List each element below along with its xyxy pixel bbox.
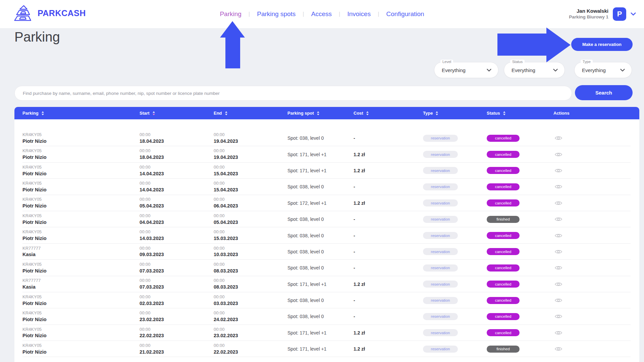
view-details-button[interactable] [555, 265, 562, 270]
column-header-type[interactable]: Type [423, 111, 487, 116]
search-button[interactable]: Search [575, 85, 633, 100]
nav-item-parking-spots[interactable]: Parking spots [257, 10, 296, 18]
brand-logo[interactable]: PARKCASH [13, 5, 86, 21]
eye-icon [555, 200, 562, 206]
status-badge: cancelled [487, 264, 520, 272]
cell-end: 00:00 15.03.2023 [214, 229, 287, 242]
licence-plate: KR4KY05 [22, 310, 140, 316]
avatar[interactable]: P [613, 7, 626, 21]
end-date: 05.04.2023 [214, 219, 287, 226]
cell-end: 00:00 24.02.2023 [214, 310, 287, 323]
cell-parking-spot: Spot: 172, level +1 [287, 200, 354, 206]
filter-level-select[interactable]: Level Everything [434, 62, 498, 78]
cell-end: 00:00 10.03.2023 [214, 246, 287, 258]
cell-start: 00:00 02.03.2023 [140, 294, 214, 307]
end-time: 00:00 [214, 229, 287, 235]
main-nav: Parking | Parking spots | Access | Invoi… [220, 0, 424, 28]
annotation-arrow-right-head [546, 27, 571, 62]
top-bar: PARKCASH Parking | Parking spots | Acces… [0, 0, 644, 28]
chevron-down-icon[interactable] [631, 12, 636, 16]
cell-parking: KR4KY05 Piotr Nizio [22, 343, 140, 355]
view-details-button[interactable] [555, 200, 562, 206]
status-badge: cancelled [487, 199, 520, 206]
start-date: 04.04.2023 [140, 219, 214, 226]
cell-start: 00:00 09.03.2023 [140, 246, 214, 258]
status-badge: cancelled [487, 183, 520, 190]
start-date: 05.04.2023 [140, 203, 214, 209]
start-time: 00:00 [140, 310, 214, 316]
view-details-button[interactable] [555, 135, 562, 141]
cell-parking: KR4KY05 Piotr Nizio [22, 310, 140, 323]
cell-start: 00:00 18.04.2023 [140, 132, 214, 144]
customer-name: Piotr Nizio [22, 300, 140, 307]
end-date: 08.03.2023 [214, 268, 287, 274]
status-badge: cancelled [487, 313, 520, 320]
type-badge: reservation [423, 264, 458, 272]
cell-end: 00:00 03.03.2023 [214, 294, 287, 307]
user-menu[interactable]: Jan Kowalski Parking Biurowy 1 P [569, 0, 636, 28]
customer-name: Piotr Nizio [22, 349, 140, 355]
view-details-button[interactable] [555, 282, 562, 287]
cell-parking-spot: Spot: 038, level 0 [287, 217, 354, 222]
table-row: KR4KY05 Piotr Nizio 00:00 05.04.2023 00:… [14, 195, 639, 211]
view-details-button[interactable] [555, 249, 562, 254]
chevron-down-icon [553, 69, 558, 72]
cell-cost: 1.2 zł [354, 152, 423, 157]
start-date: 18.04.2023 [140, 138, 214, 144]
eye-icon [555, 217, 562, 222]
type-badge: reservation [423, 346, 458, 353]
cell-start: 00:00 21.02.2023 [140, 343, 214, 355]
table-row: KR4KY05 Piotr Nizio 00:00 07.03.2023 00:… [14, 260, 639, 276]
start-time: 00:00 [140, 246, 214, 251]
view-details-button[interactable] [555, 184, 562, 189]
licence-plate: KR4KY05 [22, 327, 140, 333]
table-row: KR4KY05 Piotr Nizio 00:00 14.04.2023 00:… [14, 179, 639, 195]
view-details-button[interactable] [555, 314, 562, 319]
filter-type-select[interactable]: Type Everything [574, 62, 632, 78]
nav-item-invoices[interactable]: Invoices [347, 10, 371, 18]
cell-cost: - [354, 298, 423, 303]
cell-parking-spot: Spot: 171, level +1 [287, 168, 354, 173]
status-badge: cancelled [487, 151, 520, 158]
table-row: KR4KY05 Piotr Nizio 00:00 14.03.2023 00:… [14, 227, 639, 243]
nav-separator: | [249, 11, 250, 17]
end-time: 00:00 [214, 343, 287, 349]
cell-end: 00:00 19.04.2023 [214, 148, 287, 161]
cell-parking-spot: Spot: 171, level +1 [287, 346, 354, 352]
column-header-parking-spot[interactable]: Parking spot [287, 111, 354, 116]
licence-plate: KR4KY05 [22, 294, 140, 300]
start-date: 09.03.2023 [140, 251, 214, 258]
cell-start: 00:00 14.04.2023 [140, 181, 214, 193]
column-header-status[interactable]: Status [487, 111, 553, 116]
view-details-button[interactable] [555, 217, 562, 222]
search-input[interactable] [14, 86, 572, 101]
nav-item-access[interactable]: Access [311, 10, 332, 18]
view-details-button[interactable] [555, 233, 562, 238]
eye-icon [555, 135, 562, 141]
view-details-button[interactable] [555, 152, 562, 157]
column-header-parking[interactable]: Parking [22, 111, 140, 116]
nav-item-parking[interactable]: Parking [220, 10, 241, 18]
page-title: Parking [14, 29, 60, 45]
cell-cost: - [354, 314, 423, 319]
start-time: 00:00 [140, 181, 214, 186]
start-time: 00:00 [140, 148, 214, 154]
view-details-button[interactable] [555, 298, 562, 303]
cell-end: 00:00 08.03.2023 [214, 278, 287, 290]
column-header-start[interactable]: Start [140, 111, 214, 116]
view-details-button[interactable] [555, 346, 562, 352]
view-details-button[interactable] [555, 168, 562, 173]
cell-parking-spot: Spot: 038, level 0 [287, 265, 354, 270]
cell-parking: KR4KY05 Piotr Nizio [22, 213, 140, 226]
make-reservation-button[interactable]: Make a reservation [571, 38, 633, 51]
licence-plate: KR77777 [22, 246, 140, 251]
start-date: 02.03.2023 [140, 300, 214, 307]
filter-status-select[interactable]: Status Everything [504, 62, 565, 78]
column-header-end[interactable]: End [214, 111, 287, 116]
column-header-cost[interactable]: Cost [354, 111, 423, 116]
start-time: 00:00 [140, 343, 214, 349]
view-details-button[interactable] [555, 330, 562, 336]
customer-name: Kasia [22, 284, 140, 290]
cell-parking: KR77777 Kasia [22, 246, 140, 258]
nav-item-configuration[interactable]: Configuration [386, 10, 424, 18]
